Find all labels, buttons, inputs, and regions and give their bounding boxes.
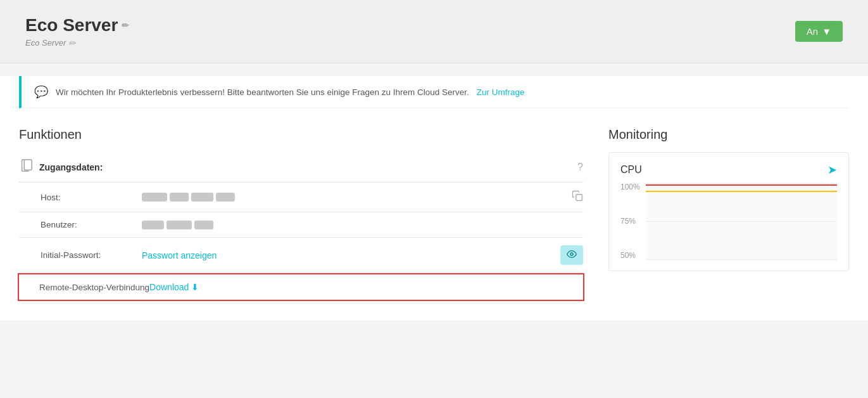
blur-block — [142, 221, 164, 229]
host-field-row: Host: — [19, 183, 583, 212]
host-blurred — [142, 193, 235, 202]
help-icon[interactable]: ? — [577, 162, 583, 173]
download-link[interactable]: Download ⬇ — [149, 282, 199, 292]
banner-icon: 💬 — [34, 85, 48, 99]
copy-icon — [19, 158, 33, 176]
benutzer-label: Benutzer: — [41, 220, 142, 229]
benutzer-blurred — [142, 221, 213, 229]
password-label: Initial-Passwort: — [41, 250, 142, 260]
grid-line-50 — [646, 259, 837, 260]
chart-label-75: 75% — [620, 217, 640, 225]
grid-line-100 — [646, 183, 837, 184]
download-icon: ⬇ — [191, 282, 199, 292]
benutzer-value — [142, 221, 583, 229]
download-link-text: Download — [149, 282, 189, 292]
cpu-line-red — [646, 184, 837, 186]
funktionen-title: Funktionen — [19, 127, 583, 142]
copy-value-icon[interactable] — [572, 190, 583, 204]
benutzer-field-row: Benutzer: — [19, 212, 583, 238]
password-value: Passwort anzeigen — [142, 250, 560, 260]
remote-desktop-label: Remote-Desktop-Verbindung — [39, 283, 149, 292]
toggle-password-button[interactable] — [560, 245, 583, 265]
status-button-label: An — [807, 26, 818, 37]
survey-link[interactable]: Zur Umfrage — [477, 87, 525, 97]
blur-block — [191, 193, 213, 202]
svg-rect-1 — [576, 195, 582, 201]
host-label: Host: — [41, 193, 142, 202]
server-subtitle: Eco Server ✏ — [25, 38, 129, 48]
status-button[interactable]: An ▼ — [795, 21, 843, 42]
zugangsdaten-label: Zugangsdaten: — [39, 162, 103, 172]
cpu-header: CPU ➤ — [620, 163, 837, 177]
remote-desktop-field-row: Remote-Desktop-Verbindung Download ⬇ — [18, 273, 584, 301]
blur-block — [194, 221, 213, 229]
monitoring-title: Monitoring — [608, 127, 849, 142]
header-left: Eco Server ✏ Eco Server ✏ — [25, 15, 129, 48]
server-title-text: Eco Server — [25, 15, 118, 35]
content-area: Funktionen Zugangsdaten: ? H — [0, 121, 868, 320]
chart-labels: 100% 75% 50% — [620, 183, 640, 259]
chart-label-100: 100% — [620, 183, 640, 191]
chart-label-50: 50% — [620, 252, 640, 259]
zugangsdaten-left: Zugangsdaten: — [19, 158, 103, 176]
cpu-title: CPU — [620, 164, 642, 176]
zugangsdaten-header: Zugangsdaten: ? — [19, 152, 583, 183]
cpu-chart: 100% 75% 50% — [620, 183, 837, 259]
survey-banner: 💬 Wir möchten Ihr Produkterlebnis verbes… — [19, 76, 849, 108]
show-password-link[interactable]: Passwort anzeigen — [142, 250, 217, 260]
title-edit-icon[interactable]: ✏ — [122, 20, 129, 30]
right-column: Monitoring CPU ➤ 100% 75% 50% — [608, 127, 849, 301]
subtitle-text: Eco Server — [25, 38, 66, 48]
server-title: Eco Server ✏ — [25, 15, 129, 35]
left-column: Funktionen Zugangsdaten: ? H — [19, 127, 583, 301]
grid-line-75 — [646, 221, 837, 222]
cpu-detail-arrow-icon[interactable]: ➤ — [827, 163, 837, 177]
cpu-card: CPU ➤ 100% 75% 50% — [608, 152, 849, 271]
page-header: Eco Server ✏ Eco Server ✏ An ▼ — [0, 0, 868, 63]
svg-rect-0 — [24, 160, 32, 170]
blur-block — [167, 221, 192, 229]
blur-block — [142, 193, 167, 202]
subtitle-edit-icon[interactable]: ✏ — [68, 38, 76, 48]
banner-text: Wir möchten Ihr Produkterlebnis verbesse… — [56, 87, 469, 97]
host-value — [142, 193, 572, 202]
blur-block — [170, 193, 189, 202]
main-content: 💬 Wir möchten Ihr Produkterlebnis verbes… — [0, 76, 868, 320]
chart-area — [646, 183, 837, 259]
remote-desktop-value: Download ⬇ — [149, 282, 583, 292]
cpu-line-yellow — [646, 191, 837, 192]
status-button-arrow: ▼ — [822, 26, 831, 37]
blur-block — [216, 193, 235, 202]
svg-point-2 — [570, 253, 573, 255]
password-field-row: Initial-Passwort: Passwort anzeigen — [19, 238, 583, 273]
